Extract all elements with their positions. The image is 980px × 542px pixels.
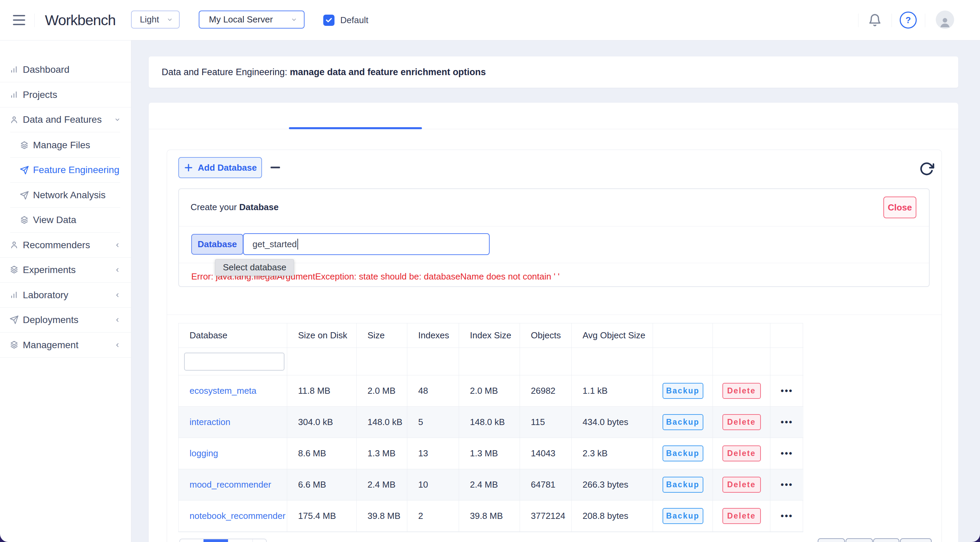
- column-header-index-size[interactable]: Index Size: [459, 323, 520, 348]
- sidebar-item-recommenders[interactable]: Recommenders: [0, 233, 131, 258]
- notifications-button[interactable]: [866, 0, 883, 40]
- database-link[interactable]: ecosystem_meta: [189, 385, 256, 396]
- more-actions-button[interactable]: •••: [781, 448, 793, 459]
- refresh-button[interactable]: [919, 161, 934, 177]
- more-actions-button[interactable]: •••: [781, 417, 793, 428]
- sidebar-item-label: Recommenders: [23, 240, 90, 250]
- backup-button[interactable]: Backup: [662, 445, 703, 461]
- sidebar-item-data-and-features[interactable]: Data and Features: [0, 107, 131, 132]
- help-button[interactable]: ?: [900, 0, 917, 40]
- backup-button[interactable]: Backup: [662, 414, 703, 430]
- indexes-cell: 48: [407, 376, 459, 407]
- panel-divider: [179, 226, 929, 227]
- database-name-input[interactable]: get_started: [243, 233, 490, 255]
- top-bar: Workbench Light My Local Server Default …: [0, 0, 980, 40]
- column-header-size-on-disk[interactable]: Size on Disk: [287, 323, 356, 348]
- column-header-size[interactable]: Size: [356, 323, 407, 348]
- column-header-objects[interactable]: Objects: [520, 323, 572, 348]
- database-link[interactable]: logging: [189, 448, 218, 459]
- add-database-label: Add Database: [198, 163, 256, 173]
- pagination-control-button[interactable]: [818, 538, 845, 542]
- database-link[interactable]: notebook_recommender: [189, 511, 285, 521]
- more-actions-button[interactable]: •••: [781, 479, 793, 490]
- sidebar-item-dashboard[interactable]: Dashboard: [0, 57, 131, 82]
- create-database-heading: Create your Database: [191, 189, 279, 226]
- size-cell: 2.4 MB: [356, 469, 407, 501]
- backup-cell: Backup: [653, 407, 713, 438]
- filter-cell: [653, 348, 713, 376]
- column-header-empty: [770, 323, 803, 348]
- sidebar-item-feature-engineering[interactable]: Feature Engineering: [0, 157, 131, 182]
- pagination-pager[interactable]: [179, 539, 267, 542]
- backup-button[interactable]: Backup: [662, 477, 703, 493]
- pagination-control-button[interactable]: [846, 538, 873, 542]
- more-actions-button[interactable]: •••: [781, 511, 793, 521]
- delete-button[interactable]: Delete: [722, 383, 761, 399]
- pagination-control-button[interactable]: [873, 538, 899, 542]
- database-filter-input[interactable]: [184, 353, 285, 371]
- column-header-avg-object-size[interactable]: Avg Object Size: [572, 323, 653, 348]
- page-title-bold: manage data and feature enrichment optio…: [290, 67, 486, 78]
- sidebar-item-view-data[interactable]: View Data: [0, 208, 131, 233]
- delete-cell: Delete: [713, 376, 770, 407]
- header-divider: [858, 14, 859, 27]
- backup-button[interactable]: Backup: [662, 383, 703, 399]
- database-link[interactable]: mood_recommender: [189, 479, 271, 490]
- chevron-left-icon: [114, 292, 121, 299]
- delete-cell: Delete: [713, 469, 770, 501]
- sidebar-item-deployments[interactable]: Deployments: [0, 307, 131, 333]
- indexes-cell: 10: [407, 469, 459, 501]
- page-title: Data and Feature Engineering: manage dat…: [149, 57, 958, 88]
- send-icon: [20, 191, 29, 200]
- sidebar-item-laboratory[interactable]: Laboratory: [0, 282, 131, 308]
- active-tab-indicator: [289, 127, 422, 129]
- sidebar-item-network-analysis[interactable]: Network Analysis: [0, 182, 131, 208]
- more-cell: •••: [770, 469, 803, 501]
- sidebar-item-management[interactable]: Management: [0, 333, 131, 358]
- sidebar-item-projects[interactable]: Projects: [0, 82, 131, 108]
- app-title: Workbench: [45, 0, 116, 40]
- more-actions-button[interactable]: •••: [781, 385, 793, 396]
- filter-cell: [179, 348, 287, 376]
- pager-divider: [228, 539, 228, 542]
- database-link[interactable]: interaction: [189, 417, 231, 428]
- default-checkbox[interactable]: [323, 14, 334, 26]
- delete-button[interactable]: Delete: [722, 508, 761, 524]
- sidebar-item-manage-files[interactable]: Manage Files: [0, 133, 131, 158]
- chevron-left-icon: [114, 341, 121, 349]
- user-avatar[interactable]: [936, 11, 954, 29]
- avg-object-size-cell: 2.3 kB: [572, 438, 653, 469]
- sidebar-item-experiments[interactable]: Experiments: [0, 257, 131, 282]
- theme-select[interactable]: Light: [131, 11, 180, 29]
- column-header-database[interactable]: Database: [179, 323, 287, 348]
- filter-cell: [520, 348, 572, 376]
- pager-active-page[interactable]: [204, 539, 228, 542]
- chevron-left-icon: [114, 266, 121, 274]
- delete-cell: Delete: [713, 438, 770, 469]
- delete-cell: Delete: [713, 501, 770, 532]
- select-database-tooltip: Select database: [215, 259, 294, 276]
- filter-cell: [770, 348, 803, 376]
- close-button[interactable]: Close: [883, 197, 916, 218]
- sidebar-item-label: Manage Files: [33, 140, 90, 151]
- size-on-disk-cell: 304.0 kB: [287, 407, 356, 438]
- delete-button[interactable]: Delete: [722, 477, 761, 493]
- objects-cell: 3772124: [520, 501, 572, 532]
- delete-button[interactable]: Delete: [722, 445, 761, 461]
- column-header-indexes[interactable]: Indexes: [407, 323, 459, 348]
- server-select[interactable]: My Local Server: [199, 11, 305, 29]
- delete-cell: Delete: [713, 407, 770, 438]
- backup-button[interactable]: Backup: [662, 508, 703, 524]
- index-size-cell: 1.3 MB: [459, 438, 520, 469]
- pagination-control-button[interactable]: [900, 538, 932, 542]
- add-database-button[interactable]: Add Database: [178, 157, 262, 178]
- hamburger-menu-icon[interactable]: [13, 15, 26, 25]
- collapse-minus-icon[interactable]: [270, 166, 280, 168]
- delete-button[interactable]: Delete: [722, 414, 761, 430]
- sidebar: Dashboard Projects Data and Features Man…: [0, 40, 131, 542]
- sidebar-item-label: Feature Engineering: [33, 165, 119, 176]
- sidebar-item-label: Projects: [23, 89, 57, 100]
- chevron-down-icon: [166, 16, 173, 24]
- database-field-label-button[interactable]: Database: [191, 234, 243, 255]
- chevron-down-icon: [114, 116, 121, 124]
